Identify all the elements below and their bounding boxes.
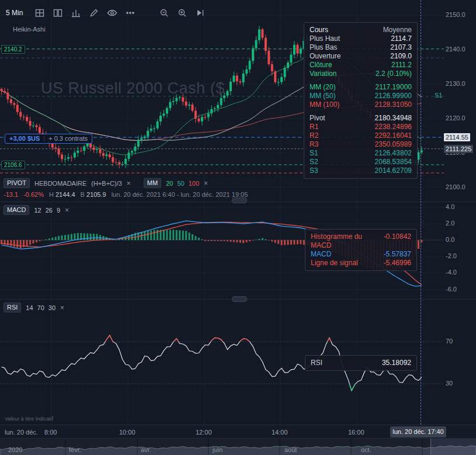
rsi-param[interactable]: 70 bbox=[37, 304, 44, 311]
tooltip-label: MM (20) bbox=[310, 83, 336, 92]
tooltip-row: R12238.24896 bbox=[310, 123, 412, 131]
mm-param[interactable]: 50 bbox=[177, 180, 184, 187]
macd-close-button[interactable]: × bbox=[65, 206, 69, 214]
tooltip-row: Variation2.2 (0.10%) bbox=[310, 70, 412, 78]
macd-param[interactable]: 9 bbox=[57, 207, 60, 214]
pivot-formula-label: (H+B+C)/3 bbox=[91, 180, 122, 187]
rsi-axis-label: 30 bbox=[446, 380, 453, 387]
tooltip-row: Pivot2180.34948 bbox=[310, 114, 412, 123]
tooltip-label: R3 bbox=[310, 140, 318, 149]
tooltip-row: Ouverture2109.0 bbox=[310, 52, 412, 61]
rsi-tooltip-value: 35.18092 bbox=[382, 359, 411, 367]
time-cursor-line bbox=[421, 0, 421, 425]
macd-axis-label: 2.0 bbox=[446, 220, 454, 227]
tooltip-value: 2117.19000 bbox=[375, 83, 412, 92]
pivot-close-button[interactable]: × bbox=[127, 179, 131, 187]
tooltip-value: 2238.24896 bbox=[375, 123, 412, 131]
tooltip-row: CoursMoyenne bbox=[310, 26, 412, 34]
tooltip-value: 2350.05989 bbox=[375, 140, 412, 149]
tooltip-row: R22292.16041 bbox=[310, 131, 412, 140]
price-level-tag: 2111.225 bbox=[444, 145, 473, 153]
price-alert-tag[interactable]: 2140.2 bbox=[1, 45, 25, 54]
tooltip-row: S32014.62709 bbox=[310, 166, 412, 175]
tooltip-row: R32350.05989 bbox=[310, 140, 412, 149]
macd-tooltip-row: Ligne de signal-5.46996 bbox=[311, 259, 411, 268]
go-to-latest-icon[interactable] bbox=[194, 7, 206, 19]
zoom-in-icon[interactable] bbox=[176, 7, 188, 19]
rsi-indicator-chip[interactable]: RSI bbox=[4, 303, 21, 312]
position-pnl: +3,00 $US bbox=[9, 134, 40, 143]
pivot-indicator-bar: PIVOT HEBDOMADAIRE (H+B+C)/3 × MM 205010… bbox=[4, 178, 208, 188]
navigator-selection[interactable] bbox=[430, 439, 476, 455]
timeframe-button[interactable]: 5 Min bbox=[6, 9, 23, 17]
tooltip-row: S22068.53854 bbox=[310, 158, 412, 166]
price-axis-label: 2130.0 bbox=[446, 80, 465, 87]
tooltip-label: Variation bbox=[310, 70, 336, 78]
panel-resize-handle[interactable] bbox=[232, 197, 247, 203]
tooltip-row: MM (100)2128.31050 bbox=[310, 100, 412, 109]
tooltip-value: 2107.3 bbox=[390, 43, 412, 52]
timeline-navigator[interactable]: 2020févr.avr.juinaoûtoct. bbox=[0, 438, 476, 455]
tooltip-label: S3 bbox=[310, 166, 318, 175]
macd-param[interactable]: 12 bbox=[34, 207, 41, 214]
tooltip-label: S1 bbox=[310, 149, 318, 158]
split-view-icon[interactable] bbox=[52, 7, 64, 19]
layout-grid-icon[interactable] bbox=[34, 7, 46, 19]
mm-param[interactable]: 100 bbox=[189, 180, 199, 187]
macd-axis-label: 4.0 bbox=[446, 203, 454, 210]
badge-divider: | bbox=[43, 134, 45, 143]
more-options-icon[interactable] bbox=[124, 7, 136, 19]
tooltip-value: 2126.99900 bbox=[375, 92, 412, 100]
navigator-month-label: oct. bbox=[361, 446, 371, 453]
tooltip-value: 2292.16041 bbox=[375, 131, 412, 140]
macd-indicator-chip[interactable]: MACD bbox=[4, 205, 29, 215]
navigator-month-label: avr. bbox=[141, 446, 151, 453]
price-data-tooltip: CoursMoyennePlus Haut2114.7Plus Bas2107.… bbox=[304, 22, 418, 179]
pivot-s1-label: S1 bbox=[435, 92, 442, 99]
price-alert-tag[interactable]: 2106.6 bbox=[1, 161, 25, 169]
tooltip-label: Ouverture bbox=[310, 52, 341, 61]
zoom-out-icon[interactable] bbox=[158, 7, 170, 19]
position-badge[interactable]: +3,00 $US | + 0.3 contrats bbox=[5, 134, 92, 144]
navigator-month-label: juin bbox=[213, 446, 223, 453]
session-high: 2144.4 bbox=[55, 191, 75, 198]
rsi-close-button[interactable]: × bbox=[60, 304, 64, 312]
pivot-indicator-chip[interactable]: PIVOT bbox=[4, 178, 30, 188]
rsi-tooltip-label: RSI bbox=[311, 359, 322, 367]
eye-icon[interactable] bbox=[106, 7, 118, 19]
time-axis-label: 10:00 bbox=[119, 429, 135, 436]
rsi-param[interactable]: 14 bbox=[26, 304, 33, 311]
macd-tooltip: Histogramme du MACD-0.10842MACD-5.57837L… bbox=[305, 229, 417, 271]
bar-chart-icon[interactable] bbox=[70, 7, 82, 19]
tooltip-value: 2126.43802 bbox=[375, 149, 412, 158]
trading-platform: US Russell 2000 Cash ($ 5 Min Heikin-Ash… bbox=[0, 0, 476, 455]
tooltip-label: Clôture bbox=[310, 61, 332, 70]
draw-pencil-icon[interactable] bbox=[88, 7, 100, 19]
macd-tooltip-row: Histogramme du MACD-0.10842 bbox=[311, 232, 411, 250]
tooltip-row: Plus Bas2107.3 bbox=[310, 43, 412, 52]
price-level-tag: 2114.55 bbox=[444, 133, 470, 141]
panel-resize-handle[interactable] bbox=[232, 296, 247, 302]
tooltip-label: MM (100) bbox=[310, 100, 339, 109]
rsi-tooltip: RSI35.18092 bbox=[305, 355, 417, 371]
tooltip-value: 2111.2 bbox=[391, 61, 412, 70]
navigator-month-label: févr. bbox=[69, 446, 81, 453]
tooltip-label: R2 bbox=[310, 131, 318, 140]
tooltip-label: S2 bbox=[310, 158, 318, 166]
mm-indicator-chip[interactable]: MM bbox=[144, 178, 161, 188]
macd-param[interactable]: 26 bbox=[46, 207, 53, 214]
tooltip-gap bbox=[310, 78, 412, 83]
tooltip-value: 2068.53854 bbox=[375, 158, 412, 166]
cursor-time-tag: lun. 20 déc. 17:40 bbox=[390, 426, 446, 437]
rsi-indicator-bar: RSI 147030 × bbox=[4, 303, 64, 312]
chart-toolbar: 5 Min bbox=[6, 7, 206, 19]
macd-axis-label: -6.0 bbox=[446, 286, 457, 293]
tooltip-row: Clôture2111.2 bbox=[310, 61, 412, 70]
mm-close-button[interactable]: × bbox=[204, 179, 208, 187]
time-axis[interactable]: lun. 20 déc.8:0010:0012:0014:0016:00 lun… bbox=[0, 425, 476, 439]
tooltip-label: R1 bbox=[310, 123, 318, 131]
tooltip-row: MM (50)2126.99900 bbox=[310, 92, 412, 100]
rsi-param[interactable]: 30 bbox=[48, 304, 55, 311]
low-label: B bbox=[81, 191, 85, 198]
mm-param[interactable]: 20 bbox=[166, 180, 173, 187]
